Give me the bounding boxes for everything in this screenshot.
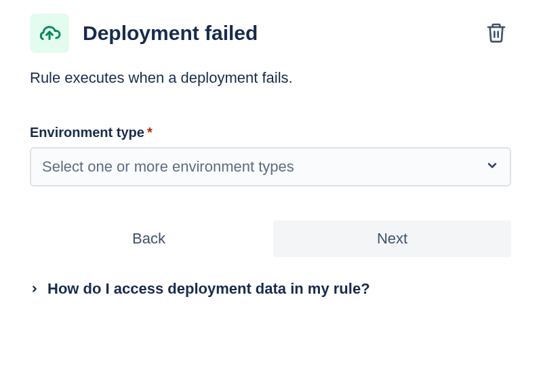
page-title: Deployment failed [83,22,258,45]
chevron-down-icon [485,159,499,175]
header-left: Deployment failed [30,14,258,53]
header-row: Deployment failed [30,14,511,53]
field-label-row: Environment type * [30,125,511,140]
chevron-right-icon [30,284,39,294]
help-text: How do I access deployment data in my ru… [47,280,370,298]
environment-type-select[interactable]: Select one or more environment types [30,147,511,187]
button-row: Back Next [30,220,511,257]
cloud-upload-icon [37,20,62,47]
trigger-description: Rule executes when a deployment fails. [30,69,511,87]
next-button[interactable]: Next [273,220,511,257]
back-button[interactable]: Back [30,220,268,257]
required-indicator: * [147,125,153,140]
delete-button[interactable] [481,18,511,50]
trash-icon [485,22,507,45]
select-placeholder: Select one or more environment types [42,158,294,176]
environment-type-label: Environment type [30,125,144,140]
help-expander[interactable]: How do I access deployment data in my ru… [30,277,511,300]
trigger-icon-badge [30,14,69,53]
